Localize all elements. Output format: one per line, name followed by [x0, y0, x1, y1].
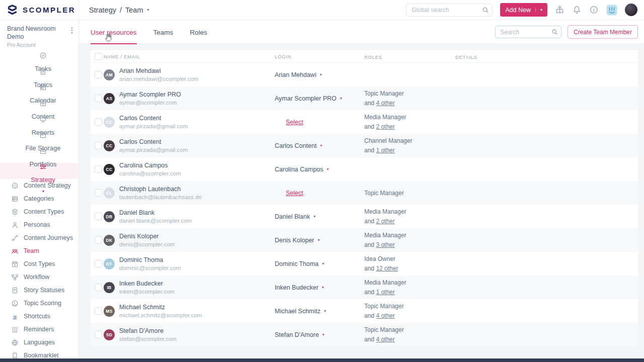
sidebar-item-personas[interactable]: Personas	[0, 218, 78, 231]
sidebar-item-tasks[interactable]: Tasks	[0, 52, 78, 68]
login-dropdown[interactable]: Michael Schmitz▾	[275, 308, 326, 315]
sidebar-item-content-types[interactable]: Content Types	[0, 205, 78, 218]
avatar: CC	[104, 117, 115, 128]
sidebar-item-portfolios[interactable]: Portfolios	[0, 147, 78, 163]
sidebar-item-topics[interactable]: Topics	[0, 68, 78, 84]
login-dropdown[interactable]: Aymar Scompler PRO▾	[275, 95, 342, 102]
sidebar-item-cost-types[interactable]: $Cost Types	[0, 257, 78, 270]
table-row: CCCarlos Contentaymar.pirzada@gmail.comC…	[91, 134, 638, 157]
table-row: SDStefan D'Amorestefan@scompler.comStefa…	[91, 323, 638, 346]
global-search-input[interactable]	[406, 4, 493, 17]
sidebar-item-file-storage[interactable]: File Storage	[0, 131, 78, 147]
roles-more-link[interactable]: 2 other	[376, 123, 394, 130]
main-panel: User resourcesTeamsRoles Create Team Mem…	[79, 20, 644, 358]
sidebar-item-team[interactable]: Team	[0, 244, 78, 257]
row-checkbox[interactable]	[95, 307, 102, 315]
sidebar-item-label: Cost Types	[24, 260, 55, 267]
chevron-down-icon: ▾	[322, 285, 324, 290]
row-checkbox[interactable]	[95, 260, 102, 267]
sidebar-item-content[interactable]: Content	[0, 100, 78, 116]
chevron-down-icon: ▾	[147, 8, 149, 12]
roles-more-link[interactable]: 3 other	[376, 241, 394, 248]
row-checkbox[interactable]	[95, 189, 102, 197]
sidebar: Brand Newsroom Demo Pro Account TasksTop…	[0, 20, 79, 358]
user-guide-icon[interactable]	[555, 5, 565, 15]
user-email: michael.schmitz@scompler.com	[119, 312, 202, 318]
sidebar-item-workflow[interactable]: Workflow	[0, 270, 78, 284]
sidebar-item-strategy[interactable]: Strategy▾	[0, 163, 78, 179]
workspace-name: Brand Newsroom Demo	[7, 25, 65, 41]
sidebar-item-content-journeys[interactable]: Content Journeys	[0, 231, 78, 244]
select-all-checkbox[interactable]	[95, 53, 102, 60]
sidebar-item-bookmarklet[interactable]: Bookmarklet	[0, 349, 78, 358]
login-dropdown[interactable]: Daniel Blank▾	[275, 213, 315, 220]
role-more: and 1 other	[364, 289, 455, 296]
tasks-icon	[39, 52, 47, 59]
sidebar-item-categories[interactable]: Categories	[0, 192, 78, 205]
sidebar-item-reports[interactable]: Reports	[0, 116, 78, 132]
sidebar-item-label: Story Statuses	[24, 287, 64, 294]
select-login-link[interactable]: Select	[286, 190, 303, 197]
column-header-name: NAME / EMAIL	[104, 54, 140, 59]
shortcuts-icon	[11, 313, 19, 320]
login-dropdown[interactable]: Inken Budecker▾	[275, 284, 324, 291]
row-checkbox[interactable]	[95, 165, 102, 173]
row-checkbox[interactable]	[95, 213, 102, 220]
sidebar-item-languages[interactable]: Languages	[0, 336, 78, 349]
avatar: DB	[104, 211, 115, 222]
login-dropdown[interactable]: Carlos Content▾	[275, 142, 322, 149]
roles-more-link[interactable]: 4 other	[376, 336, 394, 343]
breadcrumb-page-dropdown[interactable]: Team ▾	[125, 6, 149, 14]
chevron-down-icon: ▾	[324, 309, 326, 313]
row-checkbox[interactable]	[95, 331, 102, 338]
sidebar-item-label: Categories	[24, 195, 54, 202]
login-dropdown[interactable]: Denis Koloper▾	[275, 237, 320, 244]
row-checkbox[interactable]	[95, 118, 102, 126]
avatar: CC	[104, 164, 115, 175]
roles-more-link[interactable]: 1 other	[376, 289, 394, 296]
row-checkbox[interactable]	[95, 284, 102, 291]
content-strategy-icon	[11, 182, 19, 190]
role-primary: Topic Manager	[364, 303, 455, 310]
role-primary: Topic Manager	[364, 90, 455, 97]
bookmarklet-icon	[11, 352, 19, 359]
roles-more-link[interactable]: 1 other	[376, 147, 394, 154]
row-checkbox[interactable]	[95, 95, 102, 102]
create-team-member-button[interactable]: Create Team Member	[568, 25, 638, 39]
calendar-icon	[39, 83, 47, 91]
login-dropdown[interactable]: Dominic Thoma▾	[275, 260, 324, 267]
help-icon[interactable]	[589, 5, 599, 15]
sidebar-item-story-statuses[interactable]: Story Statuses	[0, 284, 78, 297]
roles-more-link[interactable]: 4 other	[376, 100, 394, 107]
user-name: Dominic Thoma	[119, 256, 181, 263]
login-dropdown[interactable]: Arian Mehdawi▾	[275, 71, 322, 78]
roles-more-link[interactable]: 2 other	[376, 218, 394, 225]
sidebar-item-label: Topic Scoring	[24, 300, 61, 307]
notifications-icon[interactable]	[572, 5, 582, 15]
sidebar-item-shortcuts[interactable]: Shortcuts	[0, 310, 78, 323]
user-avatar[interactable]	[625, 4, 637, 16]
intercom-chat-icon[interactable]	[606, 5, 617, 16]
add-new-button[interactable]: Add New ▾	[500, 3, 547, 17]
row-checkbox[interactable]	[95, 236, 102, 244]
tab-roles[interactable]: Roles	[190, 20, 207, 44]
user-name: Inken Budecker	[119, 280, 175, 287]
kebab-menu-icon[interactable]	[71, 27, 73, 34]
role-primary: Idea Owner	[364, 255, 455, 262]
login-dropdown[interactable]: Stefan D'Amore▾	[275, 331, 325, 338]
roles-more-link[interactable]: 12 other	[376, 265, 398, 272]
row-checkbox[interactable]	[95, 71, 102, 78]
tab-user-resources[interactable]: User resources	[91, 20, 137, 44]
sidebar-item-calendar[interactable]: Calendar	[0, 83, 78, 100]
sidebar-item-topic-scoring[interactable]: Topic Scoring	[0, 297, 78, 310]
login-dropdown[interactable]: Carolina Campos▾	[275, 166, 329, 173]
row-checkbox[interactable]	[95, 142, 102, 149]
chevron-down-icon: ▾	[320, 143, 322, 148]
roles-more-link[interactable]: 4 other	[376, 312, 394, 319]
sidebar-item-reminders[interactable]: Reminders	[0, 323, 78, 336]
workspace-switcher: Brand Newsroom Demo Pro Account	[0, 20, 78, 52]
select-login-link[interactable]: Select	[286, 119, 303, 126]
scompler-logo[interactable]: SCOMPLER	[0, 0, 79, 20]
chevron-down-icon: ▾	[323, 332, 325, 337]
tab-teams[interactable]: Teams	[153, 20, 174, 44]
